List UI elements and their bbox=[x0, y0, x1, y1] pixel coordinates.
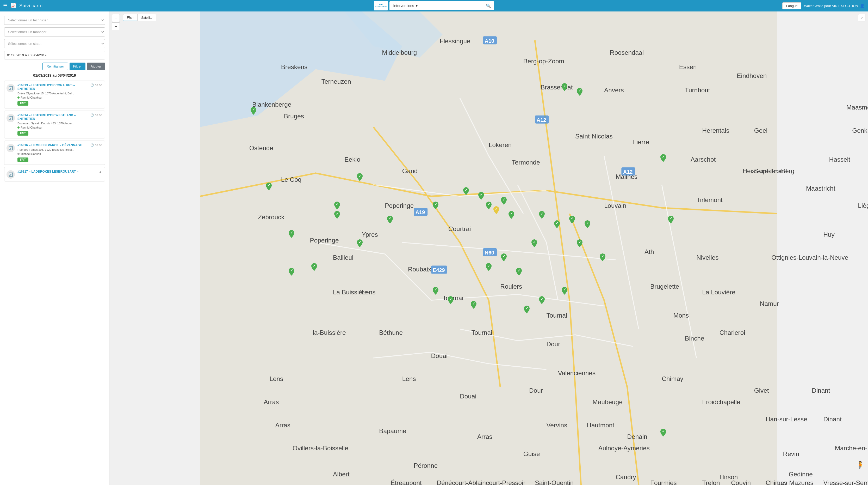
card-header-row: #16313 – HISTOIRE D'OR CORA 1070 – ENTRE… bbox=[18, 83, 102, 92]
table-row[interactable]: 🔄 #16314 – HISTOIRE D'OR WESTLAND – ENTR… bbox=[4, 111, 105, 139]
map-pin[interactable]: ✓ bbox=[251, 107, 256, 116]
search-input[interactable] bbox=[423, 4, 486, 8]
statut-select[interactable]: Sélectionnez un statut bbox=[4, 39, 105, 48]
svg-text:Dour: Dour bbox=[529, 387, 543, 394]
map-pin[interactable]: ✓ bbox=[516, 268, 522, 277]
langue-button[interactable]: Langue bbox=[782, 2, 801, 9]
svg-text:Courtrai: Courtrai bbox=[448, 225, 471, 232]
svg-text:Berg-op-Zoom: Berg-op-Zoom bbox=[523, 58, 564, 65]
map-pin[interactable]: ✓ bbox=[463, 187, 469, 196]
map-pin[interactable]: ✓ bbox=[660, 429, 666, 437]
svg-text:Eeklo: Eeklo bbox=[344, 156, 360, 163]
svg-text:Anvers: Anvers bbox=[604, 87, 624, 94]
technician-select[interactable]: Sélectionnez un technicien bbox=[4, 16, 105, 25]
svg-text:Valenciennes: Valenciennes bbox=[558, 370, 595, 376]
map-pin[interactable]: ✓ bbox=[433, 202, 438, 210]
chart-icon[interactable]: 📈 bbox=[10, 3, 16, 9]
map-pin[interactable]: ✓ bbox=[357, 173, 363, 182]
map-pin[interactable]: ✓ bbox=[486, 202, 492, 210]
map-pin[interactable]: ✓ bbox=[478, 192, 484, 201]
card-header-row: #16317 – LADBROKES LESBROUSART – ▲ bbox=[18, 170, 102, 174]
svg-text:Froidchapelle: Froidchapelle bbox=[702, 398, 740, 405]
svg-text:Chimay: Chimay bbox=[662, 375, 683, 382]
map-svg: Middelbourg Flessingue Breskens Terneuze… bbox=[110, 11, 868, 485]
search-button[interactable]: 🔍 bbox=[486, 3, 491, 8]
map-pin[interactable]: ✓ bbox=[486, 263, 492, 272]
svg-text:✓: ✓ bbox=[518, 268, 521, 273]
table-row[interactable]: 🔄 #16313 – HISTOIRE D'OR CORA 1070 – ENT… bbox=[4, 81, 105, 109]
map-pin[interactable]: ✓ bbox=[266, 182, 272, 191]
map-pin[interactable]: ✓ bbox=[493, 206, 499, 215]
card-header-row: #16316 – HEMBEEK PARCK – DÉPANNAGE 🕐 07:… bbox=[18, 143, 102, 148]
map-pin[interactable]: ✓ bbox=[577, 239, 583, 248]
add-button[interactable]: Ajouter bbox=[87, 63, 105, 70]
map-pin[interactable]: ✓ bbox=[433, 287, 438, 296]
technician-filter-group: Sélectionnez un technicien bbox=[4, 16, 105, 25]
map-pin[interactable]: ✓ bbox=[334, 211, 340, 220]
map-pin[interactable]: ✓ bbox=[501, 253, 507, 262]
filter-button[interactable]: Filtrer bbox=[69, 63, 86, 70]
map-pin[interactable]: ✓ bbox=[357, 239, 363, 248]
svg-text:Zebrouck: Zebrouck bbox=[258, 213, 284, 221]
table-row[interactable]: 🔄 #16317 – LADBROKES LESBROUSART – ▲ bbox=[4, 167, 105, 181]
filter-buttons: Réinitialiser Filtrer Ajouter bbox=[4, 63, 105, 70]
map-pin[interactable]: ✓ bbox=[471, 301, 476, 310]
interventions-dropdown-btn[interactable]: Interventions ▾ bbox=[390, 1, 421, 10]
hamburger-icon[interactable]: ☰ bbox=[3, 3, 7, 9]
map-pin[interactable]: ✓ bbox=[334, 202, 340, 210]
svg-text:Geel: Geel bbox=[754, 127, 768, 134]
map-pin[interactable]: ✓ bbox=[289, 230, 294, 239]
map-pin[interactable]: ✓ bbox=[562, 83, 567, 92]
svg-text:✓: ✓ bbox=[540, 297, 543, 301]
svg-text:✓: ✓ bbox=[502, 254, 505, 258]
svg-text:Aulnoye-Aymeries: Aulnoye-Aymeries bbox=[598, 445, 650, 452]
svg-text:Brugelette: Brugelette bbox=[650, 283, 679, 290]
map-pin[interactable]: ✓ bbox=[660, 154, 666, 163]
card-technician: Rachid Chakkouri bbox=[18, 126, 102, 129]
card-body: #16317 – LADBROKES LESBROUSART – ▲ bbox=[18, 170, 102, 174]
svg-text:Flessingue: Flessingue bbox=[440, 37, 470, 45]
table-row[interactable]: 🔄 #16316 – HEMBEEK PARCK – DÉPANNAGE 🕐 0… bbox=[4, 141, 105, 165]
map-pin[interactable]: ✓ bbox=[531, 239, 537, 248]
map-pin[interactable]: ✓ bbox=[387, 216, 393, 225]
map-pin[interactable]: ✓ bbox=[311, 263, 317, 272]
map-pin[interactable]: ✓ bbox=[448, 296, 454, 305]
svg-text:Chimay: Chimay bbox=[766, 479, 787, 485]
card-time: 🕐 07:00 bbox=[90, 83, 102, 87]
zoom-in-button[interactable]: + bbox=[112, 14, 120, 22]
svg-text:✓: ✓ bbox=[450, 297, 452, 301]
map-pin[interactable]: ✓ bbox=[562, 287, 567, 296]
map-pin[interactable]: ✓ bbox=[289, 268, 294, 277]
svg-text:✓: ✓ bbox=[578, 240, 581, 244]
svg-text:Lens: Lens bbox=[269, 375, 283, 382]
plan-view-button[interactable]: Plan bbox=[123, 14, 137, 21]
map-pin[interactable]: ✓ bbox=[508, 211, 514, 220]
svg-text:Arras: Arras bbox=[275, 422, 290, 429]
card-title: #16313 – HISTOIRE D'OR CORA 1070 – ENTRE… bbox=[18, 83, 90, 91]
pegman-icon[interactable]: 🧍 bbox=[856, 461, 865, 469]
svg-text:✓: ✓ bbox=[290, 268, 293, 273]
map-pin[interactable]: ✓ bbox=[585, 220, 590, 229]
svg-text:Tirlemont: Tirlemont bbox=[696, 196, 723, 203]
map-pin[interactable]: ✓ bbox=[501, 197, 507, 206]
date-range-input[interactable] bbox=[4, 51, 105, 59]
map-pin[interactable]: ✓ bbox=[539, 211, 545, 220]
svg-text:Maastricht: Maastricht bbox=[806, 185, 835, 192]
map-pin[interactable]: ✓ bbox=[569, 216, 575, 225]
svg-text:✓: ✓ bbox=[669, 217, 672, 220]
manager-select[interactable]: Sélectionnez un manager bbox=[4, 27, 105, 36]
map-pin[interactable]: ✓ bbox=[539, 296, 545, 305]
map-pin[interactable]: ✓ bbox=[524, 306, 530, 314]
svg-text:Charleroi: Charleroi bbox=[719, 329, 745, 336]
clock-icon: 🕐 bbox=[90, 143, 94, 147]
map-pin[interactable]: ✓ bbox=[554, 220, 560, 229]
reinit-button[interactable]: Réinitialiser bbox=[42, 63, 68, 70]
map-pin[interactable]: ✓ bbox=[668, 216, 674, 225]
zoom-out-button[interactable]: − bbox=[112, 22, 120, 30]
expand-map-button[interactable]: ⤢ bbox=[858, 14, 865, 21]
map-pin[interactable]: ✓ bbox=[600, 253, 606, 262]
map-pin[interactable]: ✓ bbox=[577, 88, 583, 97]
satellite-view-button[interactable]: Satellite bbox=[137, 14, 156, 21]
svg-text:✓: ✓ bbox=[601, 254, 604, 258]
chevron-down-icon: ▾ bbox=[416, 4, 417, 8]
